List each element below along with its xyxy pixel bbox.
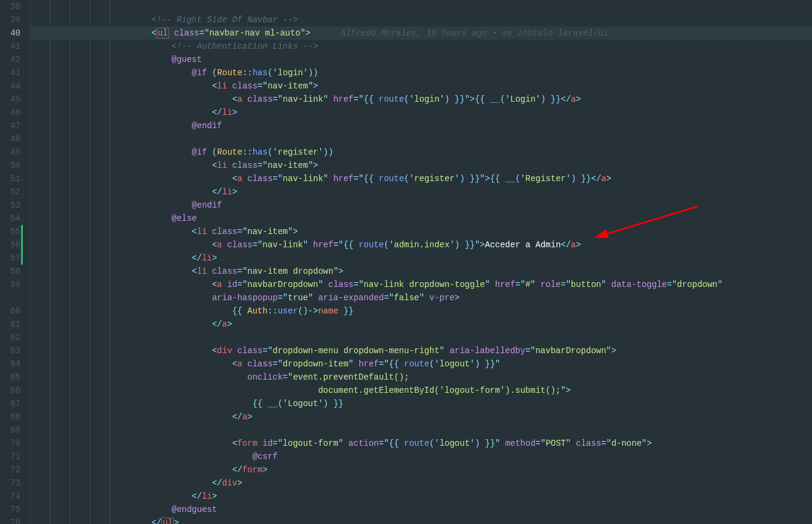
line-number: 62 (0, 331, 20, 344)
code-line[interactable]: onclick="event.preventDefault(); (30, 371, 812, 384)
code-line[interactable]: </li> (30, 251, 812, 265)
code-line[interactable]: </ul> (30, 516, 812, 524)
code-line[interactable]: @endif (30, 119, 812, 132)
line-number: 45 (0, 93, 20, 106)
line-number: 43 (0, 66, 20, 79)
line-number: 51 (0, 172, 20, 185)
line-number: 38 (0, 0, 20, 13)
code-line[interactable]: </form> (30, 463, 812, 476)
code-line[interactable]: <!-- Right Side Of Navbar --> (30, 13, 812, 26)
git-blame-annotation: Alfredo Morales, 16 hours ago • se insta… (340, 28, 608, 38)
code-line[interactable]: </li> (30, 106, 812, 119)
line-number: 56 (0, 238, 20, 251)
code-area[interactable]: <!-- Right Side Of Navbar --> <ul class=… (30, 0, 812, 524)
line-number: 52 (0, 185, 20, 199)
code-line-active[interactable]: <ul class="navbar-nav ml-auto">Alfredo M… (30, 26, 812, 40)
line-number: 75 (0, 503, 20, 516)
code-line[interactable]: @if (Route::has('register')) (30, 146, 812, 159)
line-number: 76 (0, 516, 20, 524)
line-number: 58 (0, 265, 20, 278)
code-line[interactable]: </a> (30, 410, 812, 424)
code-line[interactable]: {{ __('Logout') }} (30, 397, 812, 410)
code-line[interactable]: <li class="nav-item"> (30, 159, 812, 172)
code-line[interactable]: {{ Auth::user()->name }} (30, 304, 812, 318)
code-line[interactable]: <li class="nav-item"> (30, 225, 812, 238)
code-line[interactable]: </li> (30, 490, 812, 503)
code-line[interactable] (30, 424, 812, 437)
code-line[interactable] (30, 331, 812, 344)
code-line[interactable]: <a class="nav-link" href="{{ route('admi… (30, 238, 812, 251)
code-line[interactable]: <a id="navbarDropdown" class="nav-link d… (30, 278, 812, 291)
line-number: 63 (0, 344, 20, 357)
line-number: 61 (0, 318, 20, 331)
line-number: 67 (0, 397, 20, 410)
code-line[interactable]: @guest (30, 53, 812, 66)
line-number: 71 (0, 450, 20, 463)
code-line[interactable]: <a class="nav-link" href="{{ route('regi… (30, 172, 812, 185)
code-line[interactable]: @else (30, 212, 812, 225)
code-line[interactable]: </div> (30, 476, 812, 490)
code-line[interactable]: @endif (30, 199, 812, 212)
line-number: 44 (0, 79, 20, 93)
code-line[interactable]: document.getElementById('logout-form').s… (30, 384, 812, 397)
code-line[interactable]: </li> (30, 185, 812, 199)
line-number: 68 (0, 410, 20, 424)
line-number: 55 (0, 225, 20, 238)
line-number: 69 (0, 424, 20, 437)
code-line[interactable]: </a> (30, 318, 812, 331)
line-number: 74 (0, 490, 20, 503)
code-line[interactable]: aria-haspopup="true" aria-expanded="fals… (30, 291, 812, 304)
code-line[interactable]: <a class="dropdown-item" href="{{ route(… (30, 357, 812, 371)
line-number: 53 (0, 199, 20, 212)
code-line[interactable]: <!-- Authentication Links --> (30, 40, 812, 53)
line-number: 49 (0, 146, 20, 159)
line-number: 42 (0, 53, 20, 66)
code-line[interactable]: @csrf (30, 450, 812, 463)
code-line[interactable]: @endguest (30, 503, 812, 516)
git-modified-indicator (21, 225, 23, 265)
code-line[interactable] (30, 132, 812, 146)
code-line[interactable] (30, 0, 812, 13)
line-number: 73 (0, 476, 20, 490)
line-number: 48 (0, 132, 20, 146)
code-line[interactable]: <li class="nav-item"> (30, 79, 812, 93)
line-number: 47 (0, 119, 20, 132)
code-line[interactable]: <li class="nav-item dropdown"> (30, 265, 812, 278)
code-line[interactable]: <a class="nav-link" href="{{ route('logi… (30, 93, 812, 106)
line-number: 39 (0, 13, 20, 26)
code-line[interactable]: <form id="logout-form" action="{{ route(… (30, 437, 812, 450)
code-editor[interactable]: 3839404142434445464748495051525354555657… (0, 0, 812, 524)
line-number-gutter: 3839404142434445464748495051525354555657… (0, 0, 30, 524)
line-number: 72 (0, 463, 20, 476)
code-line[interactable]: <div class="dropdown-menu dropdown-menu-… (30, 344, 812, 357)
line-number: 57 (0, 251, 20, 265)
line-number: 59 (0, 278, 20, 291)
line-number: 46 (0, 106, 20, 119)
code-line[interactable]: @if (Route::has('login')) (30, 66, 812, 79)
line-number: 65 (0, 371, 20, 384)
line-number: 54 (0, 212, 20, 225)
line-number: 70 (0, 437, 20, 450)
line-number: 40 (0, 26, 20, 40)
line-number: 50 (0, 159, 20, 172)
line-number: 66 (0, 384, 20, 397)
line-number-continuation (0, 291, 20, 304)
line-number: 60 (0, 304, 20, 318)
line-number: 64 (0, 357, 20, 371)
line-number: 41 (0, 40, 20, 53)
